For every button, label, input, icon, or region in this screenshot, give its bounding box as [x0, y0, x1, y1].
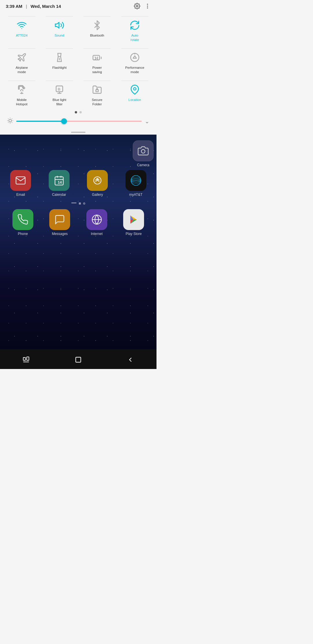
dot-2	[79, 111, 82, 113]
svg-marker-4	[55, 22, 59, 28]
dock-playstore-label: Play Store	[126, 232, 142, 236]
status-icons	[134, 3, 151, 9]
svg-rect-45	[23, 357, 26, 360]
brightness-slider[interactable]	[16, 121, 142, 122]
status-separator: |	[26, 4, 27, 9]
tile-bluetooth[interactable]: Bluetooth	[78, 13, 116, 45]
app-att[interactable]: myAT&T	[118, 170, 154, 197]
nav-recents-button[interactable]	[20, 353, 32, 366]
home-dot-circle	[83, 202, 85, 205]
tile-wifi-label: ATT024	[16, 33, 28, 38]
tile-hotspot[interactable]: MobileHotspot	[3, 77, 41, 109]
quick-panel: ATT024 Sound Bluetooth	[0, 12, 156, 131]
svg-point-26	[141, 149, 145, 153]
svg-line-20	[8, 118, 8, 119]
drag-handle-bar	[71, 132, 85, 133]
tile-bluelight[interactable]: B Blue lightfilter	[41, 77, 78, 109]
dock-phone[interactable]: Phone	[6, 209, 40, 236]
app-camera[interactable]: Camera	[133, 140, 154, 167]
tile-sound-label: Sound	[54, 33, 64, 38]
tile-hotspot-label: MobileHotspot	[16, 98, 28, 106]
nav-back-button[interactable]	[124, 353, 137, 366]
tile-securefolder-label: SecureFolder	[92, 98, 102, 106]
svg-point-0	[136, 5, 138, 7]
svg-point-1	[147, 4, 148, 5]
tile-bluelight-label: Blue lightfilter	[52, 98, 66, 106]
app-email[interactable]: Email	[3, 170, 39, 197]
svg-point-17	[9, 119, 11, 122]
app-gallery[interactable]: Gallery	[80, 170, 115, 197]
home-page-dots	[3, 201, 154, 206]
tile-performance-label: Performancemode	[125, 66, 144, 74]
tile-sound[interactable]: Sound	[41, 13, 78, 45]
dot-1	[75, 111, 77, 113]
home-dot-square	[79, 202, 81, 205]
app-att-label: myAT&T	[129, 193, 143, 197]
tile-location-label: Location	[128, 98, 141, 102]
tile-powersaving-label: Powersaving	[92, 66, 102, 74]
tile-flashlight[interactable]: Flashlight	[41, 45, 78, 77]
svg-rect-46	[27, 357, 29, 360]
app-gallery-label: Gallery	[92, 193, 103, 197]
dock-messages-label: Messages	[52, 232, 68, 236]
home-app-row-1: Email 14 Calendar	[3, 170, 154, 197]
brightness-expand-icon[interactable]: ⌄	[145, 118, 150, 125]
tile-performance[interactable]: Performancemode	[116, 45, 154, 77]
messages-icon-img	[49, 209, 70, 230]
camera-icon-img	[133, 140, 154, 161]
tile-flashlight-label: Flashlight	[52, 66, 66, 70]
tile-autorotate-label: Autorotate	[130, 33, 139, 42]
more-options-icon[interactable]	[144, 3, 151, 9]
email-icon-img	[10, 170, 31, 191]
settings-icon[interactable]	[134, 3, 140, 9]
dock-internet[interactable]: Internet	[80, 209, 114, 236]
tile-bluetooth-label: Bluetooth	[90, 33, 104, 38]
page-dots	[3, 111, 154, 113]
playstore-icon-img	[123, 209, 144, 230]
svg-line-21	[12, 122, 12, 122]
app-calendar[interactable]: 14 Calendar	[41, 170, 77, 197]
dock-phone-label: Phone	[18, 232, 28, 236]
tile-wifi[interactable]: ATT024	[3, 13, 41, 45]
tile-airplane-label: Airplanemode	[16, 66, 28, 74]
brightness-row: ⌄	[3, 116, 154, 128]
dock-playstore[interactable]: Play Store	[117, 209, 151, 236]
home-dot-lines	[71, 202, 77, 203]
status-time-date: 3:39 AM | Wed, March 14	[6, 4, 61, 9]
app-calendar-label: Calendar	[52, 193, 66, 197]
tile-securefolder[interactable]: SecureFolder	[78, 77, 116, 109]
dock-messages[interactable]: Messages	[43, 209, 77, 236]
tile-autorotate[interactable]: Autorotate	[116, 13, 154, 45]
calendar-icon-img: 14	[49, 170, 70, 191]
svg-rect-48	[76, 357, 81, 362]
svg-text:14: 14	[58, 180, 62, 184]
nav-bar	[0, 349, 156, 369]
tile-location[interactable]: Location	[116, 77, 154, 109]
att-icon-img	[125, 170, 146, 191]
svg-point-3	[147, 8, 148, 8]
tile-airplane[interactable]: Airplanemode	[3, 45, 41, 77]
app-email-label: Email	[16, 193, 25, 197]
brightness-thumb[interactable]	[61, 118, 67, 124]
svg-text:B: B	[58, 87, 60, 91]
svg-line-24	[8, 122, 8, 122]
dock-internet-label: Internet	[91, 232, 103, 236]
gallery-icon-img	[87, 170, 108, 191]
svg-rect-6	[93, 55, 100, 60]
phone-icon-img	[12, 209, 33, 230]
status-time: 3:39 AM	[6, 4, 22, 9]
tile-powersaving[interactable]: Powersaving	[78, 45, 116, 77]
status-date: Wed, March 14	[31, 4, 61, 9]
nav-home-button[interactable]	[72, 353, 85, 366]
svg-point-2	[147, 6, 148, 7]
internet-icon-img	[86, 209, 107, 230]
svg-rect-15	[96, 90, 99, 92]
drag-handle	[0, 131, 156, 135]
quick-tiles-grid: ATT024 Sound Bluetooth	[3, 13, 154, 109]
svg-point-16	[134, 88, 136, 90]
svg-line-25	[12, 118, 12, 119]
dock-row: Phone Messages Internet	[6, 209, 151, 236]
status-bar: 3:39 AM | Wed, March 14	[0, 0, 156, 12]
home-screen: Camera Email 14 Ca	[0, 135, 156, 349]
dock: Phone Messages Internet	[3, 206, 154, 240]
